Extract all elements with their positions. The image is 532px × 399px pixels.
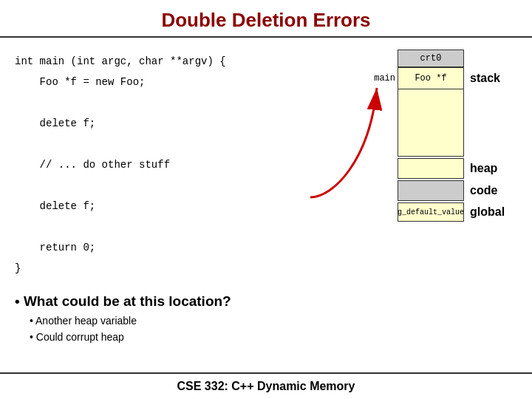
code-line-7 bbox=[15, 175, 369, 196]
code-line-5 bbox=[15, 134, 369, 154]
code-line-4: delete f; bbox=[15, 113, 369, 134]
code-block: int main (int argc, char **argv) { Foo *… bbox=[15, 51, 369, 279]
title-bar: Double Deletion Errors bbox=[0, 0, 532, 38]
code-section: int main (int argc, char **argv) { Foo *… bbox=[15, 44, 369, 295]
code-section-box bbox=[398, 180, 464, 201]
code-line-10: return 0; bbox=[15, 237, 369, 258]
bullet-main-text: What could be at this location? bbox=[24, 293, 231, 309]
bullet-main: • What could be at this location? bbox=[15, 293, 369, 310]
stack-bottom-border bbox=[398, 156, 464, 157]
foo-f-label: Foo *f bbox=[415, 73, 446, 83]
stack-label: stack bbox=[470, 72, 500, 85]
bullet-sub-2: • Could corrupt heap bbox=[30, 329, 369, 345]
memory-diagram: crt0 main Foo *f stack bbox=[369, 44, 517, 295]
code-line-11: } bbox=[15, 258, 369, 279]
crt0-box: crt0 bbox=[398, 50, 464, 67]
code-line-9 bbox=[15, 216, 369, 237]
code-line-6: // ... do other stuff bbox=[15, 154, 369, 175]
code-line-2: Foo *f = new Foo; bbox=[15, 72, 369, 92]
bullet-section: • What could be at this location? • Anot… bbox=[0, 287, 532, 349]
page-container: Double Deletion Errors int main (int arg… bbox=[0, 0, 532, 399]
code-label: code bbox=[470, 184, 497, 197]
page-title: Double Deletion Errors bbox=[0, 9, 532, 32]
code-line-1: int main (int argc, char **argv) { bbox=[15, 51, 369, 72]
code-line-8: delete f; bbox=[15, 196, 369, 216]
global-value-label: g_default_value bbox=[398, 208, 464, 216]
bullet-left: • What could be at this location? • Anot… bbox=[15, 293, 369, 346]
global-box: g_default_value bbox=[398, 202, 464, 222]
bullet-sub: • Another heap variable • Could corrupt … bbox=[30, 313, 369, 346]
crt0-label: crt0 bbox=[420, 53, 442, 64]
bullet-sub-1: • Another heap variable bbox=[30, 313, 369, 329]
main-content: int main (int argc, char **argv) { Foo *… bbox=[0, 44, 532, 295]
heap-area bbox=[398, 158, 464, 179]
stack-empty-area bbox=[398, 89, 464, 156]
footer-text: CSE 332: C++ Dynamic Memory bbox=[177, 380, 355, 392]
bullet-dot: • bbox=[15, 293, 24, 309]
code-line-3 bbox=[15, 92, 369, 113]
global-region-label: global bbox=[470, 205, 505, 219]
heap-label: heap bbox=[470, 162, 497, 175]
main-label: main bbox=[369, 73, 398, 83]
footer: CSE 332: C++ Dynamic Memory bbox=[0, 372, 532, 399]
foo-f-box: Foo *f bbox=[398, 67, 464, 89]
